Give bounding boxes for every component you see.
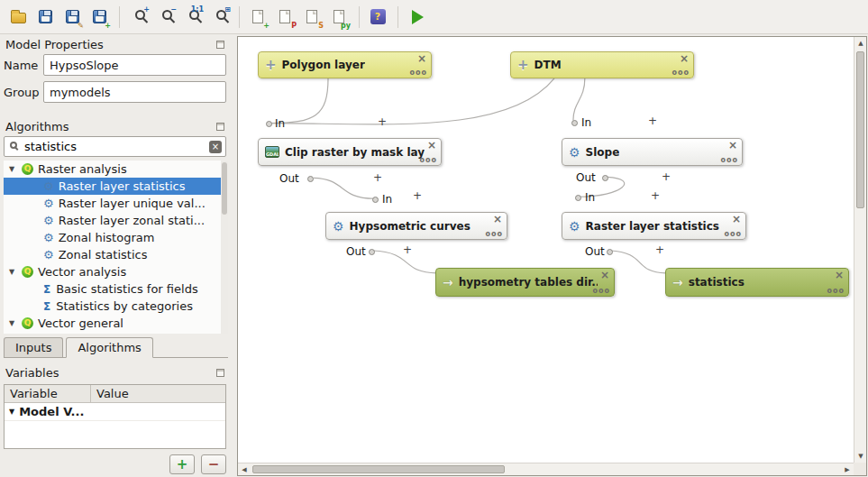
badge: + xyxy=(143,5,150,14)
algorithm-item[interactable]: ⚙Raster layer statistics xyxy=(4,178,228,195)
float-panel-icon[interactable] xyxy=(216,123,224,131)
clip-out-port-socket-icon[interactable] xyxy=(307,176,314,182)
node-options-icon[interactable]: ooo xyxy=(420,156,438,164)
export-as-pdf-button[interactable]: P xyxy=(272,5,297,30)
slope-in-port-label: In xyxy=(581,116,591,129)
algorithm-item[interactable]: ΣStatistics by categories xyxy=(4,298,228,315)
toolbar-separator xyxy=(119,6,120,28)
search-input[interactable] xyxy=(24,140,206,153)
node-options-icon[interactable]: ooo xyxy=(486,230,504,238)
float-panel-icon[interactable] xyxy=(216,369,224,377)
export-as-script-button[interactable]: py xyxy=(326,5,352,30)
output-hypsometry-tables[interactable]: →hypsometry tables dir...×ooo xyxy=(435,268,615,297)
node-options-icon[interactable]: ooo xyxy=(410,69,428,77)
model-variables-row[interactable]: ▼ Model V... xyxy=(5,403,225,421)
tab-inputs[interactable]: Inputs xyxy=(4,337,63,357)
variables-table: Variable Value ▼ Model V... xyxy=(4,384,226,449)
vertical-scrollbar[interactable]: ▲ ▼ xyxy=(854,37,866,463)
chevron-down-icon[interactable]: ▼ xyxy=(9,319,22,327)
slope-in-port-socket-icon[interactable] xyxy=(571,120,578,126)
hypso-out-port-plus-icon[interactable]: + xyxy=(403,243,412,256)
clip-out-port-plus-icon[interactable]: + xyxy=(373,171,382,184)
save-model-in-project-button[interactable]: + xyxy=(87,5,112,30)
algorithm-group[interactable]: ▼QVector general xyxy=(4,315,228,332)
scroll-right-icon[interactable]: ▶ xyxy=(841,463,854,476)
hypso-out-port-socket-icon[interactable] xyxy=(369,249,375,255)
toolbar: ✎++−1:1⊞+PSpy? xyxy=(0,0,868,34)
model-name-input[interactable] xyxy=(43,54,226,76)
algorithm-item[interactable]: ⚙Zonal statistics xyxy=(4,246,228,263)
save-model-button[interactable] xyxy=(32,5,58,30)
zoom-out-button[interactable]: − xyxy=(152,5,178,30)
rstats-in-port-socket-icon[interactable] xyxy=(575,195,581,201)
hypso-in-port-plus-icon[interactable]: + xyxy=(413,189,422,202)
algorithm-item[interactable]: ΣBasic statistics for fields xyxy=(4,280,228,298)
vertical-scrollbar-thumb[interactable] xyxy=(856,51,864,208)
delete-node-icon[interactable]: × xyxy=(835,270,844,280)
scroll-up-icon[interactable]: ▲ xyxy=(854,37,867,50)
rstats-in-port-plus-icon[interactable]: + xyxy=(651,189,660,202)
alg-slope[interactable]: ⚙Slope×ooo xyxy=(562,138,743,166)
alg-raster-layer-statistics[interactable]: ⚙Raster layer statistics×ooo xyxy=(562,212,746,240)
left-dock: Model Properties Name Group Algorithms ×… xyxy=(0,34,233,477)
delete-node-icon[interactable]: × xyxy=(493,214,502,225)
tab-algorithms[interactable]: Algorithms xyxy=(66,337,152,358)
gdal-icon: GDAL xyxy=(265,146,279,158)
node-options-icon[interactable]: ooo xyxy=(725,230,743,238)
zoom-full-button[interactable]: ⊞ xyxy=(206,5,232,30)
rstats-out-port-socket-icon[interactable] xyxy=(607,249,613,255)
algorithm-item[interactable]: ⚙Raster layer zonal stati... xyxy=(4,212,228,229)
tree-scrollbar[interactable] xyxy=(221,161,228,334)
input-polygon-layer[interactable]: +Polygon layer×ooo xyxy=(258,51,432,78)
output-statistics[interactable]: →statistics×ooo xyxy=(665,268,849,297)
horizontal-scrollbar-thumb[interactable] xyxy=(252,465,505,473)
delete-node-icon[interactable]: × xyxy=(600,270,609,280)
alg-clip-raster-by-mask-layer[interactable]: GDALClip raster by mask layer×ooo xyxy=(258,138,442,166)
tree-scrollbar-thumb[interactable] xyxy=(222,162,227,215)
delete-node-icon[interactable]: × xyxy=(728,140,737,151)
slope-out-port-socket-icon[interactable] xyxy=(602,175,608,181)
model-canvas[interactable]: +Polygon layer×ooo+DTM×oooGDALClip raste… xyxy=(237,36,867,476)
input-dtm[interactable]: +DTM×ooo xyxy=(510,51,694,78)
input-plus-icon: + xyxy=(517,59,529,72)
export-as-image-button[interactable]: + xyxy=(245,5,270,30)
slope-in-port-plus-icon[interactable]: + xyxy=(648,115,657,127)
delete-node-icon[interactable]: × xyxy=(680,53,689,64)
alg-hypsometric-curves[interactable]: ⚙Hypsometric curves×ooo xyxy=(325,212,507,240)
open-model-button[interactable] xyxy=(5,5,31,30)
node-options-icon[interactable]: ooo xyxy=(827,287,845,295)
delete-node-icon[interactable]: × xyxy=(732,214,741,225)
algorithm-item[interactable]: ⚙Zonal histogram xyxy=(4,229,228,246)
remove-variable-button[interactable]: − xyxy=(201,454,226,474)
help-button[interactable]: ? xyxy=(365,5,390,30)
run-model-button[interactable] xyxy=(404,5,429,30)
hypso-in-port-socket-icon[interactable] xyxy=(372,197,379,203)
algorithm-item[interactable]: ⚙Raster layer unique val... xyxy=(4,195,228,212)
model-group-input[interactable] xyxy=(43,81,226,103)
node-options-icon[interactable]: ooo xyxy=(672,69,690,77)
float-panel-icon[interactable] xyxy=(216,41,224,49)
chevron-down-icon[interactable]: ▼ xyxy=(9,268,22,276)
export-as-svg-button[interactable]: S xyxy=(299,5,324,30)
scroll-down-icon[interactable]: ▼ xyxy=(854,450,867,463)
node-options-icon[interactable]: ooo xyxy=(593,287,611,295)
horizontal-scrollbar[interactable]: ◀ ▶ xyxy=(238,463,854,475)
delete-node-icon[interactable]: × xyxy=(427,140,436,151)
clip-in-port-plus-icon[interactable]: + xyxy=(378,115,387,128)
slope-out-port-plus-icon[interactable]: + xyxy=(662,170,671,183)
clear-search-icon[interactable]: × xyxy=(209,141,222,153)
algorithm-group[interactable]: ▼QRaster analysis xyxy=(4,161,228,178)
scroll-left-icon[interactable]: ◀ xyxy=(238,463,251,476)
slope-out-port-label: Out xyxy=(576,171,596,184)
add-variable-button[interactable]: + xyxy=(169,454,195,474)
clip-in-port-socket-icon[interactable] xyxy=(266,121,272,127)
chevron-down-icon[interactable]: ▼ xyxy=(9,165,22,173)
rstats-out-port-plus-icon[interactable]: + xyxy=(655,243,664,256)
algorithm-group[interactable]: ▼QVector analysis xyxy=(4,263,228,280)
node-options-icon[interactable]: ooo xyxy=(721,156,739,164)
output-arrow-icon: → xyxy=(443,276,453,289)
zoom-in-button[interactable]: + xyxy=(125,5,151,30)
zoom-actual-button[interactable]: 1:1 xyxy=(179,5,205,30)
delete-node-icon[interactable]: × xyxy=(417,53,426,64)
save-model-as-button[interactable]: ✎ xyxy=(59,5,85,30)
